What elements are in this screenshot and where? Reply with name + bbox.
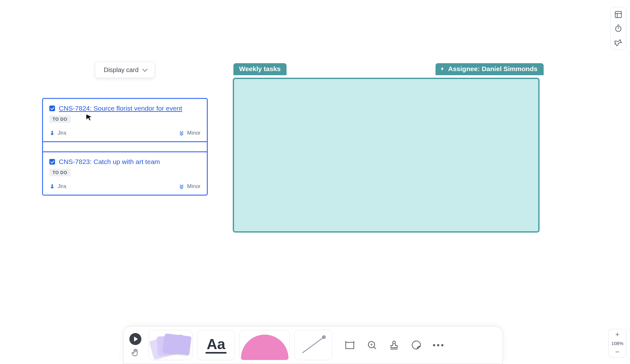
svg-rect-8 xyxy=(346,343,354,349)
jira-card-stack: CNS-7824: Source florist vendor for even… xyxy=(42,98,208,196)
assignee-label: Assignee: Daniel Simmonds xyxy=(448,65,537,73)
card-title[interactable]: CNS-7823: Catch up with art team xyxy=(59,158,160,166)
stamp-tool-icon[interactable] xyxy=(389,340,399,350)
card-title[interactable]: CNS-7824: Source florist vendor for even… xyxy=(59,105,182,112)
zoom-out-button[interactable]: − xyxy=(615,349,620,355)
source-label: Jira xyxy=(58,130,66,136)
svg-point-7 xyxy=(322,335,326,339)
section-title-tag[interactable]: Weekly tasks xyxy=(233,63,287,75)
priority-minor-icon xyxy=(179,130,184,136)
hand-pan-icon[interactable] xyxy=(131,348,140,357)
pin-icon[interactable] xyxy=(614,38,622,46)
source-label: Jira xyxy=(58,183,66,190)
status-badge: TO DO xyxy=(49,115,71,123)
sticky-note-tool[interactable] xyxy=(148,330,193,360)
dropdown-label: Display card xyxy=(104,66,139,74)
section-assignee-tag[interactable]: Assignee: Daniel Simmonds xyxy=(435,63,544,75)
sticker-tool-icon[interactable] xyxy=(411,340,422,350)
jira-icon xyxy=(49,130,55,136)
svg-line-6 xyxy=(302,337,324,353)
card-gap xyxy=(43,142,207,152)
timer-icon[interactable] xyxy=(614,24,622,33)
task-check-icon xyxy=(49,106,55,111)
bottom-toolbar: Aa xyxy=(123,326,503,364)
connector-tool[interactable] xyxy=(294,330,332,360)
svg-point-13 xyxy=(393,341,396,344)
text-tool-label: Aa xyxy=(206,337,227,354)
zoom-control: + 108% − xyxy=(608,329,626,358)
priority-label: Minor xyxy=(187,183,201,190)
jira-icon xyxy=(49,184,55,189)
section-title: Weekly tasks xyxy=(239,65,281,72)
priority-label: Minor xyxy=(187,130,201,136)
zoom-in-button[interactable]: + xyxy=(615,331,620,338)
layout-icon[interactable] xyxy=(614,10,622,19)
present-play-button[interactable] xyxy=(129,333,141,345)
circle-shape-icon xyxy=(241,335,288,360)
zoom-level[interactable]: 108% xyxy=(611,341,623,346)
connector-line-icon xyxy=(299,334,328,356)
text-tool[interactable]: Aa xyxy=(197,330,235,360)
task-check-icon xyxy=(49,159,55,165)
lightning-icon xyxy=(440,66,445,72)
display-card-dropdown[interactable]: Display card xyxy=(95,62,155,78)
svg-rect-0 xyxy=(615,11,621,18)
jira-card[interactable]: CNS-7823: Catch up with art team TO DO J… xyxy=(43,152,207,195)
shape-tool[interactable] xyxy=(239,330,290,360)
more-tools-button[interactable] xyxy=(433,344,443,346)
frame-tool-icon[interactable] xyxy=(344,340,355,350)
chevron-down-icon xyxy=(142,66,148,72)
jira-card[interactable]: CNS-7824: Source florist vendor for even… xyxy=(43,99,207,142)
svg-line-12 xyxy=(374,347,376,349)
priority-minor-icon xyxy=(179,184,184,189)
section-container[interactable] xyxy=(233,78,540,233)
search-sparkle-icon[interactable] xyxy=(367,340,377,350)
sticky-note-icon xyxy=(163,333,192,355)
status-badge: TO DO xyxy=(49,169,71,176)
side-rail xyxy=(610,7,626,50)
